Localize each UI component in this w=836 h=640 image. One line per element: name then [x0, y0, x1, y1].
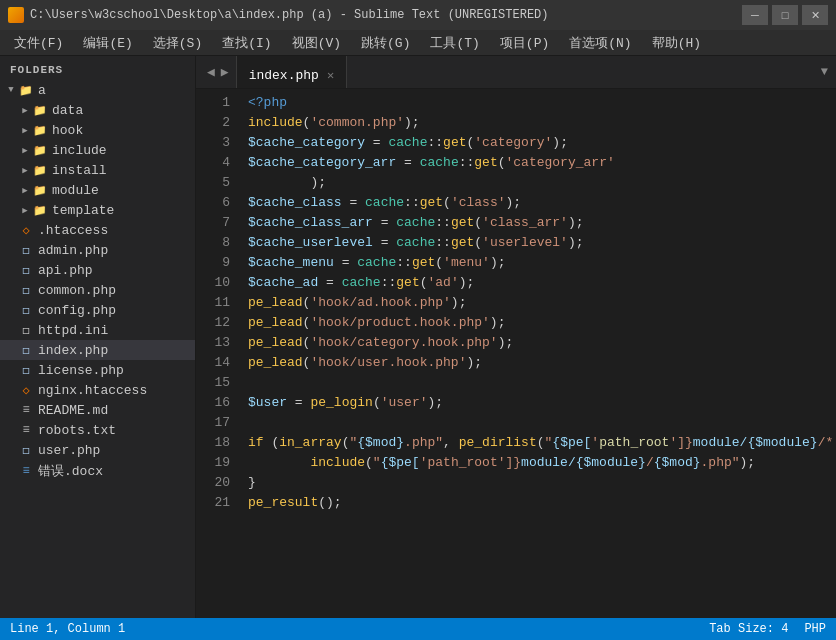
code-editor[interactable]: <?php include('common.php'); $cache_cate… — [236, 89, 836, 618]
sidebar-file-错误.docx[interactable]: ≡ 错误.docx — [0, 460, 195, 482]
menu-item[interactable]: 视图(V) — [282, 31, 351, 55]
file-icon: ◇ — [18, 222, 34, 238]
language-mode: PHP — [804, 622, 826, 636]
sidebar-file-index.php[interactable]: ◻ index.php — [0, 340, 195, 360]
folder-icon: 📁 — [18, 82, 34, 98]
sidebar-item-label: nginx.htaccess — [38, 383, 147, 398]
file-icon: ◻ — [18, 262, 34, 278]
maximize-button[interactable]: □ — [772, 5, 798, 25]
line-numbers: 1 2 3 4 5 6 7 8 9 10 11 12 13 14 15 16 1… — [196, 89, 236, 618]
file-icon: ≡ — [18, 422, 34, 438]
folder-icon: 📁 — [32, 162, 48, 178]
tab-dropdown-button[interactable]: ▼ — [813, 65, 836, 79]
folder-icon: 📁 — [32, 202, 48, 218]
menu-item[interactable]: 查找(I) — [212, 31, 281, 55]
nav-forward-arrow[interactable]: ▶ — [218, 62, 232, 82]
sidebar-item-label: module — [52, 183, 99, 198]
status-bar: Line 1, Column 1 Tab Size: 4 PHP — [0, 618, 836, 640]
sidebar-file-admin.php[interactable]: ◻ admin.php — [0, 240, 195, 260]
code-container[interactable]: 1 2 3 4 5 6 7 8 9 10 11 12 13 14 15 16 1… — [196, 89, 836, 618]
chevron-icon: ▶ — [18, 123, 32, 137]
file-icon: ≡ — [18, 463, 34, 479]
sidebar-file-nginx.htaccess[interactable]: ◇ nginx.htaccess — [0, 380, 195, 400]
sidebar-item-label: 错误.docx — [38, 462, 103, 480]
menu-bar: 文件(F)编辑(E)选择(S)查找(I)视图(V)跳转(G)工具(T)项目(P)… — [0, 30, 836, 56]
file-icon: ◻ — [18, 442, 34, 458]
sidebar-item-label: data — [52, 103, 83, 118]
sidebar-file-httpd.ini[interactable]: ◻ httpd.ini — [0, 320, 195, 340]
sidebar-header: FOLDERS — [0, 56, 195, 80]
folder-icon: 📁 — [32, 122, 48, 138]
sidebar-folder-data[interactable]: ▶ 📁 data — [0, 100, 195, 120]
nav-arrows: ◀ ▶ — [200, 56, 236, 88]
sidebar-item-label: hook — [52, 123, 83, 138]
sidebar-item-label: admin.php — [38, 243, 108, 258]
folder-icon: 📁 — [32, 182, 48, 198]
sidebar-item-label: a — [38, 83, 46, 98]
sidebar-item-label: common.php — [38, 283, 116, 298]
sidebar-file-license.php[interactable]: ◻ license.php — [0, 360, 195, 380]
sidebar-file-.htaccess[interactable]: ◇ .htaccess — [0, 220, 195, 240]
folder-icon: 📁 — [32, 102, 48, 118]
tab-bar: ◀ ▶ index.php ✕ ▼ — [196, 56, 836, 89]
tab-close-button[interactable]: ✕ — [327, 68, 334, 83]
sidebar-folder-module[interactable]: ▶ 📁 module — [0, 180, 195, 200]
editor-pane: ◀ ▶ index.php ✕ ▼ 1 2 3 4 5 6 7 8 9 10 — [196, 56, 836, 618]
app-icon — [8, 7, 24, 23]
file-icon: ◻ — [18, 362, 34, 378]
menu-item[interactable]: 帮助(H) — [642, 31, 711, 55]
sidebar-item-label: httpd.ini — [38, 323, 108, 338]
title-bar: C:\Users\w3cschool\Desktop\a\index.php (… — [0, 0, 836, 30]
status-right: Tab Size: 4 PHP — [709, 622, 826, 636]
chevron-icon: ▶ — [18, 143, 32, 157]
file-icon: ◻ — [18, 242, 34, 258]
minimize-button[interactable]: ─ — [742, 5, 768, 25]
menu-item[interactable]: 首选项(N) — [559, 31, 641, 55]
sidebar-file-user.php[interactable]: ◻ user.php — [0, 440, 195, 460]
menu-item[interactable]: 工具(T) — [420, 31, 489, 55]
sidebar-folder-hook[interactable]: ▶ 📁 hook — [0, 120, 195, 140]
tab-index-php[interactable]: index.php ✕ — [236, 56, 347, 88]
sidebar-file-common.php[interactable]: ◻ common.php — [0, 280, 195, 300]
sidebar-item-label: config.php — [38, 303, 116, 318]
nav-back-arrow[interactable]: ◀ — [204, 62, 218, 82]
sidebar-file-README.md[interactable]: ≡ README.md — [0, 400, 195, 420]
status-left: Line 1, Column 1 — [10, 622, 125, 636]
sidebar-folder-template[interactable]: ▶ 📁 template — [0, 200, 195, 220]
chevron-icon: ▶ — [18, 163, 32, 177]
file-icon: ◻ — [18, 282, 34, 298]
chevron-icon: ▶ — [18, 103, 32, 117]
sidebar-item-label: index.php — [38, 343, 108, 358]
tab-size: Tab Size: 4 — [709, 622, 788, 636]
close-button[interactable]: ✕ — [802, 5, 828, 25]
sidebar-item-label: .htaccess — [38, 223, 108, 238]
menu-item[interactable]: 编辑(E) — [73, 31, 142, 55]
window-title: C:\Users\w3cschool\Desktop\a\index.php (… — [30, 8, 742, 22]
sidebar-folder-install[interactable]: ▶ 📁 install — [0, 160, 195, 180]
menu-item[interactable]: 文件(F) — [4, 31, 73, 55]
file-icon: ◻ — [18, 322, 34, 338]
tab-label: index.php — [249, 68, 319, 83]
folder-icon: 📁 — [32, 142, 48, 158]
window-controls: ─ □ ✕ — [742, 5, 828, 25]
file-icon: ◇ — [18, 382, 34, 398]
main-layout: FOLDERS ▼ 📁 a ▶ 📁 data ▶ 📁 hook ▶ 📁 incl… — [0, 56, 836, 618]
sidebar-item-label: include — [52, 143, 107, 158]
sidebar-item-label: api.php — [38, 263, 93, 278]
chevron-icon: ▼ — [4, 83, 18, 97]
sidebar-folder-include[interactable]: ▶ 📁 include — [0, 140, 195, 160]
menu-item[interactable]: 跳转(G) — [351, 31, 420, 55]
sidebar-item-label: user.php — [38, 443, 100, 458]
menu-item[interactable]: 选择(S) — [143, 31, 212, 55]
menu-item[interactable]: 项目(P) — [490, 31, 559, 55]
sidebar-folder-a[interactable]: ▼ 📁 a — [0, 80, 195, 100]
file-icon: ◻ — [18, 342, 34, 358]
file-icon: ◻ — [18, 302, 34, 318]
sidebar-item-label: template — [52, 203, 114, 218]
sidebar-file-robots.txt[interactable]: ≡ robots.txt — [0, 420, 195, 440]
cursor-position: Line 1, Column 1 — [10, 622, 125, 636]
file-icon: ≡ — [18, 402, 34, 418]
sidebar-item-label: license.php — [38, 363, 124, 378]
sidebar-file-api.php[interactable]: ◻ api.php — [0, 260, 195, 280]
sidebar-file-config.php[interactable]: ◻ config.php — [0, 300, 195, 320]
